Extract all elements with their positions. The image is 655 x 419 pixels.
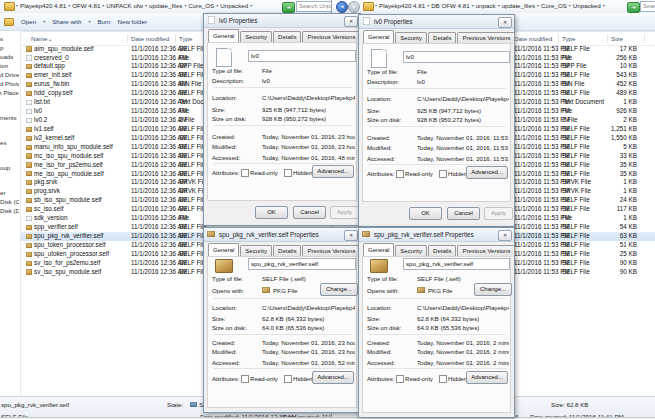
change-button[interactable]: Change... [320, 283, 358, 296]
sidebar-item[interactable]: es [0, 138, 19, 147]
sidebar-item[interactable]: er [0, 188, 19, 197]
hidden-checkbox[interactable] [284, 375, 292, 383]
file-row[interactable]: 11/1/2016 11:53 PM SELF File 5 KB [508, 143, 655, 152]
breadcrumb-segment[interactable]: Playekp420 4.81 ▾ [20, 2, 70, 9]
file-row[interactable]: 11/1/2016 11:53 PM SELF File 543 KB [508, 71, 655, 80]
advanced-button[interactable]: Advanced... [466, 371, 508, 384]
file-name-input[interactable]: lv0 [248, 50, 356, 62]
sidebar-item[interactable]: t Places [0, 88, 19, 97]
breadcrumb-segment[interactable]: update_files ▾ [502, 2, 539, 9]
column-divider[interactable] [175, 34, 176, 43]
right-breadcrumb[interactable]: ▾ Playekp420 4.81 ▾ DB OFW 4.81 ▾ unpack… [375, 2, 605, 9]
close-icon[interactable]: ✕ [498, 17, 512, 28]
file-row[interactable]: 11/1/2016 11:53 PM SELF File 17 KB [508, 45, 655, 54]
dialog-tab[interactable]: General [363, 30, 394, 44]
file-row[interactable]: 11/1/2016 11:53 PM SELF File 24 KB [508, 196, 655, 205]
apply-button[interactable]: Apply [330, 206, 359, 219]
breadcrumb-segment[interactable]: Unpacked ▾ [220, 2, 252, 9]
read-only-checkbox[interactable] [241, 169, 249, 177]
search-input[interactable]: Search [640, 1, 655, 12]
chevron-down-icon[interactable]: ▾ [43, 19, 45, 24]
file-row[interactable]: 11/1/2016 11:53 PM BIN File 452 KB [508, 80, 655, 89]
left-breadcrumb[interactable]: ▾ Playekp420 4.81 ▾ OFW 4.81 ▾ UNPACK of… [16, 2, 252, 9]
file-name-input[interactable]: spu_pkg_rvk_verifier.self [248, 258, 356, 270]
open-button[interactable]: Open [21, 18, 36, 25]
sidebar-item[interactable]: Disk (D:) [0, 206, 19, 215]
hidden-checkbox[interactable] [439, 375, 447, 383]
go-button[interactable]: ➜ [282, 2, 295, 13]
file-row[interactable]: 11/1/2016 11:53 PM 2 File 2 KB [508, 116, 655, 125]
dialog-tab[interactable]: General [208, 29, 239, 43]
breadcrumb-segment[interactable]: Core_OS ▾ [188, 2, 218, 9]
file-name-input[interactable]: lv0 [403, 51, 510, 63]
sidebar-item[interactable]: d Drive [0, 70, 19, 79]
file-row[interactable]: 11/1/2016 11:53 PM SELF File 90 KB [508, 268, 655, 277]
cancel-button[interactable]: Cancel [293, 206, 326, 219]
file-row[interactable]: 11/1/2016 11:53 PM SPP File 10 KB [508, 62, 655, 71]
sidebar-item[interactable]: d Photos [0, 79, 19, 88]
chevron-down-icon[interactable]: ▾ [88, 19, 90, 24]
close-icon[interactable]: ✕ [344, 16, 358, 27]
forward-button[interactable]: ► [348, 1, 360, 13]
file-row[interactable]: 11/1/2016 11:53 PM File 1 KB [508, 214, 655, 223]
file-row[interactable]: 11/1/2016 11:53 PM SELF File 51 KB [508, 241, 655, 250]
file-row[interactable]: 11/1/2016 11:53 PM SELF File 35 KB [508, 161, 655, 170]
column-header-date-modified[interactable]: Date modified [131, 32, 169, 45]
apply-button[interactable]: Apply [484, 207, 513, 220]
column-header-size[interactable]: Size [611, 32, 623, 45]
sidebar-item[interactable]: Disk (C:) [0, 197, 19, 206]
column-divider[interactable] [558, 34, 559, 43]
file-row[interactable]: 11/1/2016 11:53 PM SELF File 1,251 KB [508, 125, 655, 134]
sidebar-item[interactable]: p [0, 43, 19, 52]
dialog-title-bar[interactable]: lv0 Properties ✕ [359, 15, 514, 29]
breadcrumb-segment[interactable]: DB OFW 4.81 ▾ [431, 2, 474, 9]
sidebar-item[interactable]: ments [0, 113, 19, 122]
breadcrumb-segment[interactable]: Playekp420 4.81 ▾ [379, 2, 429, 9]
read-only-checkbox[interactable] [396, 170, 404, 178]
file-row[interactable]: 11/1/2016 11:53 PM SELF File 33 KB [508, 152, 655, 161]
column-header-type[interactable]: Type [179, 32, 192, 45]
column-divider[interactable] [644, 34, 645, 43]
file-name-input[interactable]: spu_pkg_rvk_verifier.self [403, 258, 510, 270]
change-button[interactable]: Change... [474, 283, 512, 296]
ok-button[interactable]: OK [255, 206, 288, 219]
hidden-checkbox[interactable] [439, 170, 447, 178]
dialog-title-bar[interactable]: spu_pkg_rvk_verifier.self Properties ✕ [204, 228, 360, 242]
close-icon[interactable]: ✕ [498, 230, 512, 241]
file-row[interactable]: 11/1/2016 11:53 PM SRVK File 1 KB [508, 178, 655, 187]
column-divider[interactable] [607, 34, 608, 43]
cancel-button[interactable]: Cancel [447, 207, 480, 220]
sidebar-item[interactable]: s [0, 34, 19, 43]
burn-button[interactable]: Burn [97, 18, 110, 25]
dialog-tab[interactable]: General [363, 243, 394, 257]
file-row[interactable]: 11/1/2016 11:53 PM SELF File 25 KB [508, 250, 655, 259]
sidebar-item[interactable]: oup [0, 163, 19, 172]
dialog-title-bar[interactable]: spu_pkg_rvk_verifier.self Properties ✕ [359, 228, 514, 242]
file-row[interactable]: 11/1/2016 11:53 PM Text Document 1 KB [508, 98, 655, 107]
back-button[interactable]: ◄ [336, 1, 348, 13]
file-row[interactable]: 11/1/2016 11:53 PM SELF File 489 KB [508, 89, 655, 98]
ok-button[interactable]: OK [409, 207, 442, 220]
advanced-button[interactable]: Advanced... [466, 166, 508, 179]
breadcrumb-segment[interactable]: unpack ▾ [476, 2, 500, 9]
hidden-checkbox[interactable] [284, 169, 292, 177]
go-button[interactable]: ➜ [627, 2, 640, 13]
breadcrumb-segment[interactable]: Core_OS ▾ [541, 2, 571, 9]
advanced-button[interactable]: Advanced... [312, 165, 354, 178]
file-row[interactable]: 11/1/2016 11:53 PM SRVK File 1 KB [508, 187, 655, 196]
breadcrumb-segment[interactable]: OFW 4.81 ▾ [72, 2, 104, 9]
breadcrumb-segment[interactable]: UNPACK ofw ▾ [106, 2, 147, 9]
file-row[interactable]: 11/1/2016 11:53 PM File 256 KB [508, 54, 655, 63]
advanced-button[interactable]: Advanced... [312, 371, 354, 384]
breadcrumb-segment[interactable]: update_files ▾ [149, 2, 186, 9]
close-icon[interactable]: ✕ [344, 230, 358, 241]
file-row[interactable]: 11/1/2016 11:53 PM SELF File 54 KB [508, 223, 655, 232]
share-with-button[interactable]: Share with [52, 18, 81, 25]
column-header-date-modified[interactable]: Date modified [514, 32, 552, 45]
file-row[interactable]: 11/1/2016 11:53 PM SELF File 1,550 KB [508, 134, 655, 143]
new-folder-button[interactable]: New folder [117, 18, 147, 25]
dialog-tab[interactable]: General [208, 243, 239, 257]
sidebar-item[interactable]: ion [0, 61, 19, 70]
breadcrumb-segment[interactable]: Unpacked ▾ [573, 2, 605, 9]
read-only-checkbox[interactable] [396, 375, 404, 383]
